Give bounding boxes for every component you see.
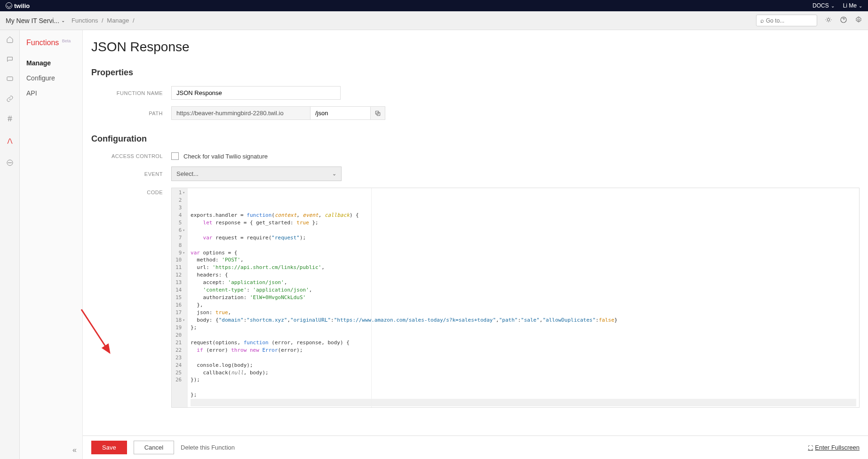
project-switcher[interactable]: My New IT Servi... ⌄ <box>6 17 65 24</box>
configuration-heading: Configuration <box>91 134 860 144</box>
sidebar-title-text: Functions <box>26 39 59 47</box>
cancel-button[interactable]: Cancel <box>134 441 174 454</box>
link-icon[interactable] <box>6 95 14 104</box>
page-title: JSON Response <box>91 40 860 55</box>
project-name-text: My New IT Servi... <box>6 17 59 24</box>
chat-icon[interactable] <box>6 75 14 85</box>
sidebar-item-configure[interactable]: Configure <box>26 71 82 86</box>
sidebar-item-api[interactable]: API <box>26 86 82 101</box>
breadcrumb: Functions / Manage / <box>70 17 134 24</box>
function-name-input[interactable] <box>171 86 341 100</box>
path-base-url: https://beaver-hummingbird-2280.twil.io <box>171 106 311 120</box>
access-control-checkbox-label: Check for valid Twilio signature <box>183 153 268 160</box>
search-box[interactable]: ⌕ <box>756 15 817 26</box>
user-menu[interactable]: Li Me ⌄ <box>843 2 862 9</box>
access-control-checkbox[interactable] <box>171 152 179 160</box>
sub-bar: My New IT Servi... ⌄ Functions / Manage … <box>0 11 868 30</box>
path-input[interactable] <box>311 106 371 120</box>
functions-icon[interactable] <box>6 137 14 147</box>
event-select-value: Select... <box>176 170 199 177</box>
search-icon: ⌕ <box>760 17 764 24</box>
fullscreen-label: Enter Fullscreen <box>815 444 860 451</box>
beta-badge: Beta <box>62 39 71 43</box>
chevron-down-icon: ⌄ <box>831 3 835 8</box>
brand-text: twilio <box>14 2 30 9</box>
search-input[interactable] <box>766 17 813 24</box>
breadcrumb-item[interactable]: Functions <box>72 17 98 24</box>
svg-point-7 <box>11 162 11 163</box>
hash-icon[interactable] <box>6 115 14 124</box>
chevron-down-icon: ⌄ <box>332 171 336 177</box>
delete-function-link[interactable]: Delete this Function <box>181 444 235 451</box>
code-editor[interactable]: 1▾2▾3▾4▾5▾6▾7▾8▾9▾10▾11▾12▾13▾14▾15▾16▾1… <box>171 188 860 408</box>
top-bar: twilio DOCS ⌄ Li Me ⌄ <box>0 0 868 11</box>
save-button[interactable]: Save <box>91 441 127 454</box>
home-icon[interactable] <box>6 36 14 45</box>
content: JSON Response Properties FUNCTION NAME P… <box>83 30 868 459</box>
path-label: PATH <box>91 111 171 116</box>
function-name-label: FUNCTION NAME <box>91 90 171 96</box>
chevron-down-icon: ⌄ <box>61 18 65 23</box>
code-label: CODE <box>91 188 171 408</box>
collapse-sidebar-icon[interactable]: « <box>72 446 77 454</box>
code-body[interactable]: exports.handler = function(context, even… <box>188 188 859 407</box>
more-icon[interactable] <box>6 159 14 168</box>
fullscreen-link[interactable]: ⛶ Enter Fullscreen <box>808 444 860 451</box>
user-label: Li Me <box>843 2 857 9</box>
event-label: EVENT <box>91 171 171 177</box>
sidebar: Functions Beta Manage Configure API « <box>20 30 83 459</box>
svg-point-6 <box>9 162 10 163</box>
breadcrumb-item[interactable]: Manage <box>107 17 129 24</box>
properties-heading: Properties <box>91 68 860 78</box>
svg-point-2 <box>858 19 860 21</box>
svg-point-5 <box>8 162 8 163</box>
event-select[interactable]: Select... ⌄ <box>171 166 342 181</box>
svg-rect-3 <box>7 77 13 80</box>
help-icon[interactable] <box>840 16 847 25</box>
access-control-label: ACCESS CONTROL <box>91 153 171 159</box>
copy-path-button[interactable] <box>371 106 385 120</box>
footer-bar: Save Cancel Delete this Function ⛶ Enter… <box>83 435 868 459</box>
svg-point-0 <box>827 18 829 21</box>
docs-label: DOCS <box>812 2 829 9</box>
copy-icon <box>374 110 381 117</box>
chevron-down-icon: ⌄ <box>859 3 862 8</box>
twilio-logo-icon <box>6 2 12 9</box>
docs-menu[interactable]: DOCS ⌄ <box>812 2 835 9</box>
sidebar-title[interactable]: Functions Beta <box>26 39 82 47</box>
sidebar-item-manage[interactable]: Manage <box>26 55 82 71</box>
debug-icon[interactable] <box>825 16 832 25</box>
settings-icon[interactable] <box>855 16 862 25</box>
fullscreen-icon: ⛶ <box>808 445 813 451</box>
brand-logo[interactable]: twilio <box>6 2 30 9</box>
messaging-icon[interactable] <box>6 55 14 65</box>
code-gutter: 1▾2▾3▾4▾5▾6▾7▾8▾9▾10▾11▾12▾13▾14▾15▾16▾1… <box>172 188 188 407</box>
icon-rail <box>0 30 20 459</box>
